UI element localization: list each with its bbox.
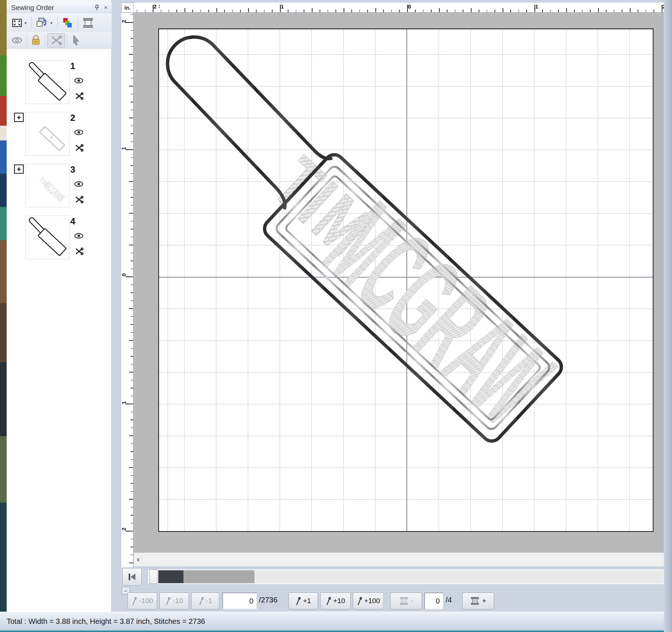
- sewing-order-list: 1 + 2: [7, 49, 111, 612]
- slider-segment-light: [254, 570, 663, 583]
- item-number: 4: [70, 216, 75, 227]
- eye-icon[interactable]: [74, 232, 84, 241]
- zoom-fit-button[interactable]: ▼: [10, 16, 29, 30]
- sewing-order-panel: Sewing Order × ▼ ▼: [7, 0, 112, 612]
- stitch-back-10-button[interactable]: -10: [159, 592, 189, 609]
- chevron-down-icon: ▼: [24, 21, 27, 25]
- status-bar: Total : Width = 3.88 inch, Height = 3.87…: [0, 612, 672, 631]
- embroidery-text[interactable]: TIM MCGRAW: [240, 121, 577, 449]
- vertical-ruler: 2 1 0 1 2: [121, 13, 134, 567]
- lock-button[interactable]: r: [29, 33, 43, 47]
- horizontal-ruler: 2 1 0 1 2 ↕: [134, 3, 664, 13]
- slider-segment-dark: [158, 570, 183, 583]
- item-2-thumbnail[interactable]: [25, 112, 70, 156]
- color-number-input[interactable]: 0: [424, 592, 443, 609]
- eye-icon[interactable]: [74, 181, 84, 189]
- vruler-label: 1: [121, 401, 127, 404]
- scissors-icon[interactable]: [74, 143, 84, 154]
- slider-thumb[interactable]: [149, 570, 158, 584]
- stitch-forward-10-button[interactable]: +10: [320, 592, 351, 609]
- needle-icon: [199, 596, 204, 606]
- regenerate-button[interactable]: ▼: [34, 16, 55, 30]
- scissors-icon[interactable]: [74, 247, 84, 258]
- hoop-icon: [82, 18, 94, 28]
- hruler-label: 2: [153, 3, 156, 10]
- design-viewport[interactable]: TIM MCGRAW: [134, 13, 664, 553]
- eye-icon[interactable]: [74, 77, 84, 85]
- divider-line: [132, 590, 665, 591]
- stitch-number-input[interactable]: 0: [222, 592, 257, 609]
- chevron-down-icon: ▼: [50, 21, 53, 25]
- stitch-back-1-button[interactable]: -1: [191, 592, 219, 609]
- cursor-arrow-icon: [72, 35, 81, 46]
- desktop-background-strip: [0, 0, 7, 632]
- pin-icon[interactable]: [92, 4, 101, 12]
- item-number: 3: [70, 164, 75, 175]
- sewing-item-1[interactable]: 1: [7, 60, 111, 105]
- vruler-label: 2: [121, 527, 127, 530]
- rewind-to-start-button[interactable]: [122, 568, 142, 585]
- item-1-thumbnail[interactable]: [25, 60, 70, 104]
- sewing-item-3[interactable]: + TIM MCGRAW 3: [7, 164, 111, 208]
- horizontal-scrollbar[interactable]: ‹: [134, 553, 664, 566]
- scissors-icon: [50, 34, 63, 46]
- select-button[interactable]: [70, 33, 82, 47]
- scissors-icon[interactable]: [74, 195, 84, 206]
- needle-icon: [296, 596, 301, 606]
- ruler-unit-box[interactable]: in.: [121, 3, 134, 13]
- needle-icon: [357, 596, 362, 606]
- eye-icon[interactable]: [74, 129, 84, 137]
- stitch-forward-1-button[interactable]: +1: [288, 592, 318, 609]
- close-icon[interactable]: ×: [101, 4, 110, 12]
- color-forward-button[interactable]: +: [462, 592, 494, 609]
- needle-icon: [165, 596, 170, 606]
- stitch-forward-100-button[interactable]: +100: [353, 592, 384, 609]
- fob-outline-thumb-icon: [26, 61, 69, 103]
- taskbar-sliver: [0, 631, 672, 632]
- stitch-progress-slider[interactable]: [148, 569, 664, 584]
- item-number: 2: [70, 113, 75, 123]
- eye-icon: [11, 37, 23, 44]
- skip-to-start-icon: [127, 572, 137, 581]
- slider-segment-mid: [183, 570, 254, 583]
- sewing-item-4[interactable]: 4: [7, 215, 111, 260]
- scissors-icon[interactable]: [74, 91, 84, 102]
- border-stitch-thumb-icon: [26, 112, 69, 155]
- color-squares-icon: [62, 17, 74, 29]
- needle-icon: [326, 596, 331, 606]
- sewing-item-2[interactable]: + 2: [7, 112, 111, 156]
- panel-title: Sewing Order: [11, 4, 92, 12]
- vruler-label: 1: [121, 147, 127, 150]
- fob-outline-thumb-icon: [26, 216, 69, 259]
- hoop-button[interactable]: [80, 16, 96, 30]
- text-fill-thumb-icon: TIM MCGRAW: [26, 164, 69, 207]
- color-total-label: /4: [446, 596, 452, 604]
- scroll-left-icon[interactable]: ‹: [137, 555, 139, 564]
- item-4-thumbnail[interactable]: [25, 215, 70, 259]
- hruler-label: 1: [535, 3, 538, 10]
- panel-toolbar-bottom: r: [7, 32, 112, 49]
- expand-plus-icon[interactable]: +: [14, 113, 24, 122]
- vruler-label: 2: [121, 20, 127, 23]
- trim-button[interactable]: [47, 33, 65, 47]
- expand-plus-icon[interactable]: +: [14, 164, 24, 174]
- colors-button[interactable]: [60, 16, 75, 30]
- lock-icon: r: [31, 35, 41, 46]
- thread-spool-icon: [470, 596, 480, 606]
- design-canvas[interactable]: TIM MCGRAW: [158, 28, 654, 532]
- hruler-label: 1: [281, 3, 284, 10]
- status-text: Total : Width = 3.88 inch, Height = 3.87…: [7, 617, 205, 626]
- key-fob-design[interactable]: TIM MCGRAW: [159, 29, 654, 533]
- thread-spool-icon: [399, 596, 409, 606]
- vruler-label: 0: [121, 273, 127, 276]
- item-3-thumbnail[interactable]: TIM MCGRAW: [25, 164, 70, 207]
- item-number: 1: [70, 61, 75, 71]
- stitch-back-100-button[interactable]: -100: [128, 592, 157, 609]
- needle-icon: [132, 596, 137, 606]
- ruler-position-marker-icon: ↕: [158, 3, 162, 12]
- visibility-button[interactable]: [10, 33, 24, 47]
- panel-toolbar-top: ▼ ▼: [7, 14, 112, 32]
- hruler-label: 0: [408, 3, 411, 10]
- color-back-button[interactable]: -: [390, 592, 422, 609]
- overlap-refresh-icon: [36, 17, 48, 29]
